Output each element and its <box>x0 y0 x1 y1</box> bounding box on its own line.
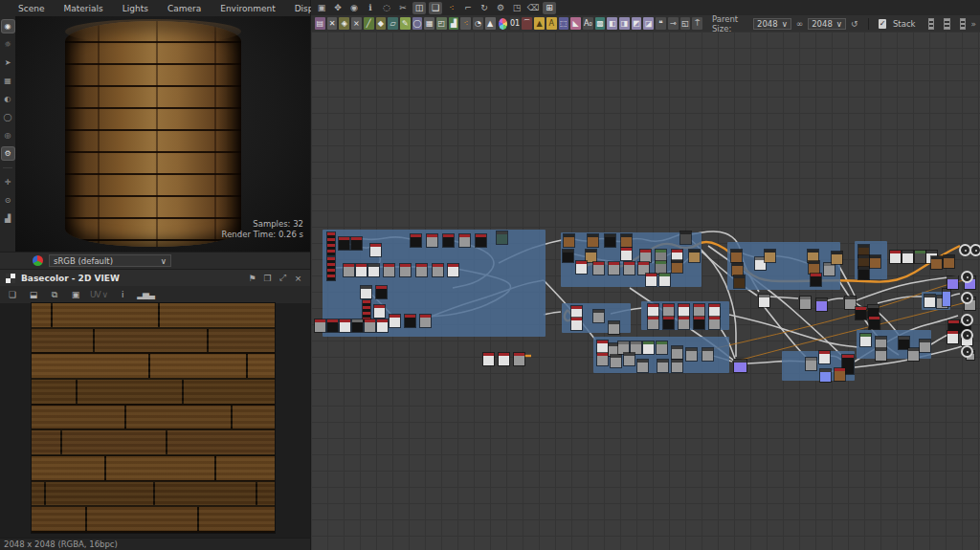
graph-node[interactable] <box>694 304 704 317</box>
graph-node[interactable] <box>731 250 742 262</box>
graph-node[interactable] <box>819 351 830 363</box>
graph-node[interactable] <box>363 300 370 321</box>
graph-node[interactable] <box>920 340 930 352</box>
graph-node[interactable] <box>648 304 658 317</box>
graph-node[interactable] <box>858 267 869 279</box>
stack-layout-1-icon[interactable] <box>928 18 935 30</box>
graph-node[interactable] <box>811 274 821 286</box>
graph-node[interactable] <box>416 264 427 276</box>
graph-node[interactable] <box>915 251 925 263</box>
graph-node[interactable] <box>564 234 574 247</box>
graph-node[interactable] <box>374 305 385 318</box>
close-icon[interactable]: × <box>292 272 304 284</box>
frame-bottom-icon[interactable]: ◪ <box>643 17 654 30</box>
graph-node[interactable] <box>869 317 880 329</box>
materials-icon[interactable]: ◐ <box>2 93 14 105</box>
graph-node[interactable] <box>448 264 458 276</box>
environment-icon[interactable]: ◎ <box>2 129 14 142</box>
graph-node[interactable] <box>499 353 509 365</box>
link-anchor-icon[interactable]: ⊸ <box>668 17 679 30</box>
graph-node[interactable] <box>702 348 713 361</box>
graph-node[interactable] <box>327 232 335 255</box>
graph-node[interactable] <box>947 276 958 289</box>
colorspace-select[interactable]: sRGB (default) ∨ <box>49 254 171 267</box>
graph-node[interactable] <box>663 317 674 329</box>
graph-node[interactable] <box>694 317 704 329</box>
levels-node-icon[interactable]: ▲ <box>485 17 496 30</box>
comment-node-icon[interactable]: ❝ <box>656 17 666 30</box>
resize-nodes-icon[interactable]: ❑ <box>429 2 442 14</box>
blur-node-icon[interactable]: ◆ <box>376 17 387 30</box>
slope-blur-icon[interactable]: ✎ <box>400 17 411 30</box>
pin-icon[interactable]: ⚑ <box>246 272 258 284</box>
graph-node[interactable] <box>656 261 666 274</box>
graph-node[interactable] <box>609 262 619 275</box>
graph-node[interactable] <box>672 260 682 273</box>
graph-node[interactable] <box>427 234 437 247</box>
toolbar-overflow-chevron[interactable]: » <box>970 19 976 29</box>
graph-node[interactable] <box>621 234 632 247</box>
frame-top-icon[interactable]: ◩ <box>632 17 642 30</box>
graph-node[interactable] <box>405 315 415 327</box>
dot-node-icon[interactable]: ⁖ <box>460 17 471 30</box>
graph-node[interactable] <box>657 360 668 372</box>
graph-node[interactable] <box>361 286 371 298</box>
menu-camera[interactable]: Camera <box>159 2 210 15</box>
graph-node[interactable] <box>944 255 954 268</box>
graph-node[interactable] <box>597 353 608 365</box>
value-text-icon[interactable]: A₀ <box>583 17 593 30</box>
parent-size-select[interactable]: 2048 ∨ <box>753 18 791 30</box>
graph-node[interactable] <box>327 257 335 280</box>
graph-node[interactable] <box>902 251 913 263</box>
graph-node[interactable] <box>609 321 619 334</box>
graph-node[interactable] <box>576 261 587 274</box>
dot-links-icon[interactable]: ⁖ <box>445 2 458 14</box>
frame-right-icon[interactable]: ◨ <box>619 17 630 30</box>
graph-node[interactable] <box>384 264 394 276</box>
bridge-node-icon[interactable]: ⌒ <box>522 17 532 30</box>
graph-node[interactable] <box>352 319 363 332</box>
lights-icon[interactable]: ☼ <box>2 38 14 51</box>
output-node[interactable] <box>961 329 973 341</box>
graph-node[interactable] <box>611 355 621 367</box>
graph-node[interactable] <box>420 315 431 327</box>
output-node[interactable] <box>961 345 973 358</box>
copy-image-icon[interactable]: ⧉ <box>48 289 60 301</box>
menu-scene[interactable]: Scene <box>10 2 53 15</box>
viewport-3d[interactable]: Samples: 32 Render Time: 0.26 s <box>15 16 310 252</box>
scene-icon[interactable]: ▦ <box>2 75 14 87</box>
export-image-icon[interactable]: ▣ <box>69 289 81 301</box>
graph-node[interactable] <box>876 348 886 361</box>
graph-node[interactable] <box>340 319 350 332</box>
graph-node[interactable] <box>571 318 582 330</box>
graph-node[interactable] <box>563 250 573 262</box>
tile-node-icon[interactable]: ▦ <box>424 17 434 30</box>
graph-node[interactable] <box>514 353 524 365</box>
graph-node[interactable] <box>640 250 651 262</box>
camera-view-icon[interactable]: ◉ <box>2 20 14 33</box>
graph-node[interactable] <box>588 234 598 247</box>
graph-node[interactable] <box>476 234 486 247</box>
stack-checkbox[interactable]: ✓ <box>879 19 886 29</box>
graph-node[interactable] <box>860 334 871 346</box>
gradient-node-icon[interactable]: ▟ <box>449 17 459 30</box>
graph-node[interactable] <box>315 319 325 332</box>
graph-node[interactable] <box>624 353 635 365</box>
graph-node[interactable] <box>734 360 746 372</box>
graph-node[interactable] <box>390 315 400 327</box>
channels-shuffle-icon[interactable]: ⨯ <box>351 17 362 30</box>
graph-node[interactable] <box>908 348 919 361</box>
shape-icon[interactable]: ◯ <box>2 111 14 123</box>
pointer-icon[interactable]: ➤ <box>2 56 14 69</box>
output-node[interactable] <box>961 271 973 283</box>
graph-node[interactable] <box>824 263 835 275</box>
graph-node[interactable] <box>605 234 615 247</box>
visibility-icon[interactable]: ⊙ <box>2 194 14 207</box>
maximize-icon[interactable]: ⤢ <box>277 272 289 284</box>
graph-node[interactable] <box>433 264 443 276</box>
graph-node[interactable] <box>593 262 604 275</box>
graph-node[interactable] <box>709 304 720 317</box>
graph-node[interactable] <box>368 264 379 276</box>
graph-node[interactable] <box>648 317 658 329</box>
graph-node[interactable] <box>643 341 654 354</box>
